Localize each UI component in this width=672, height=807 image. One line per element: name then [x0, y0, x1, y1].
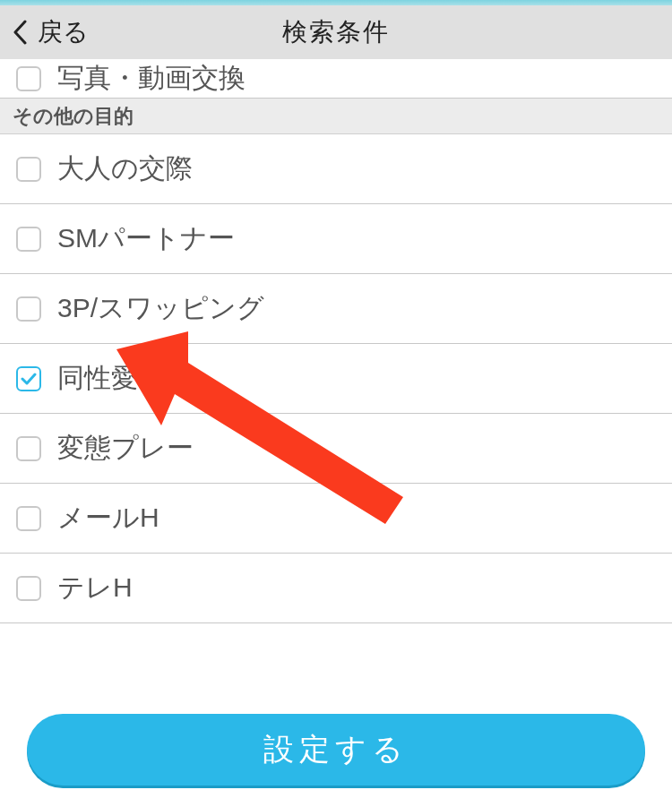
checkbox-icon[interactable] — [16, 66, 41, 91]
submit-button[interactable]: 設定する — [27, 714, 645, 786]
back-label[interactable]: 戻る — [38, 15, 89, 49]
list-item[interactable]: 変態プレー — [0, 414, 672, 484]
checkbox-icon[interactable] — [16, 296, 41, 322]
list-item-label: 3P/スワッピング — [57, 290, 264, 327]
list-item[interactable]: SMパートナー — [0, 204, 672, 274]
list-item-label: 同性愛 — [57, 360, 138, 397]
section-header: その他の目的 — [0, 99, 672, 134]
list-item[interactable]: テレH — [0, 554, 672, 623]
list-item[interactable]: 3P/スワッピング — [0, 274, 672, 344]
list-item-label: 大人の交際 — [57, 150, 193, 187]
header-bar: 戻る 検索条件 — [0, 5, 672, 59]
checkbox-icon[interactable] — [16, 157, 41, 182]
list-item-partial[interactable]: 写真・動画交換 — [0, 59, 672, 99]
list-item-label: 写真・動画交換 — [57, 60, 246, 97]
list-item-label: メールH — [57, 500, 159, 537]
page-title: 検索条件 — [282, 15, 390, 49]
checkbox-icon[interactable] — [16, 506, 41, 531]
checkbox-icon[interactable] — [16, 227, 41, 252]
checkbox-icon[interactable] — [16, 436, 41, 461]
checkbox-icon[interactable] — [16, 366, 41, 391]
list-item-label: テレH — [57, 570, 133, 606]
back-chevron-icon[interactable] — [13, 20, 27, 45]
list-item-label: SMパートナー — [57, 220, 235, 257]
list-item-label: 変態プレー — [57, 430, 194, 467]
list-item[interactable]: 大人の交際 — [0, 134, 672, 204]
list-item[interactable]: 同性愛 — [0, 344, 672, 414]
list-item[interactable]: メールH — [0, 484, 672, 554]
checkbox-icon[interactable] — [16, 576, 41, 601]
